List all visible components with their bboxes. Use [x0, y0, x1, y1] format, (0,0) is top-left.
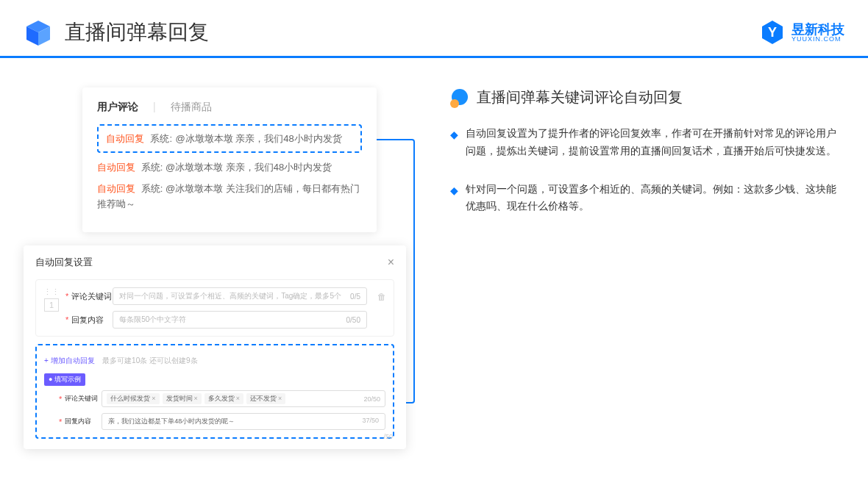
- close-icon[interactable]: ×: [388, 256, 394, 269]
- required-star: *: [65, 292, 68, 301]
- brand-logo: Y 昱新科技 YUUXIN.COM: [759, 19, 844, 46]
- add-hint: 最多可建10条 还可以创建9条: [102, 356, 197, 365]
- drag-icon[interactable]: ⋮⋮: [43, 287, 60, 297]
- diamond-bullet-icon: ◆: [450, 126, 458, 160]
- tabs: 用户评论 | 待播商品: [97, 101, 362, 114]
- left-column: 用户评论 | 待播商品 自动回复 系统: @冰墩墩本墩 亲亲，我们48小时内发货…: [24, 87, 406, 236]
- brand-icon: Y: [759, 19, 786, 46]
- form-block: ⋮⋮ 1 * 评论关键词 对同一个问题，可设置多个相近、高频的关键词，Tag确定…: [35, 279, 394, 337]
- keyword-input[interactable]: 对同一个问题，可设置多个相近、高频的关键词，Tag确定，最多5个 0/5: [113, 287, 367, 305]
- add-reply-link[interactable]: + 增加自动回复: [44, 356, 95, 365]
- page-title: 直播间弹幕回复: [65, 18, 759, 46]
- auto-reply-label: 自动回复: [106, 133, 144, 144]
- brand-sub: YUUXIN.COM: [791, 36, 844, 43]
- ex-label-reply: 回复内容: [65, 417, 102, 426]
- bullet-point: ◆ 自动回复设置为了提升作者的评论回复效率，作者可在开播前针对常见的评论用户问题…: [450, 125, 844, 160]
- diamond-bullet-icon: ◆: [450, 182, 458, 216]
- example-tags[interactable]: 什么时候发货× 发货时间× 多久发货× 还不发货× 20/50: [102, 390, 385, 407]
- modal-title: 自动回复设置: [35, 256, 93, 269]
- highlighted-comment: 自动回复 系统: @冰墩墩本墩 亲亲，我们48小时内发货: [97, 124, 362, 153]
- bottom-counter: /50: [383, 433, 393, 440]
- tag-pill: 还不发货×: [246, 393, 285, 404]
- cube-icon: [24, 18, 53, 47]
- ex-label-keyword: 评论关键词: [65, 394, 102, 403]
- comment-line: 自动回复 系统: @冰墩墩本墩 关注我们的店铺，每日都有热门推荐呦～: [97, 182, 362, 212]
- tag-pill: 什么时候发货×: [107, 393, 159, 404]
- right-column: 直播间弹幕关键词评论自动回复 ◆ 自动回复设置为了提升作者的评论回复效率，作者可…: [406, 87, 844, 236]
- item-number: 1: [44, 298, 59, 312]
- tab-comments[interactable]: 用户评论: [97, 101, 138, 114]
- svg-text:Y: Y: [768, 25, 777, 40]
- tab-products[interactable]: 待播商品: [171, 101, 212, 114]
- bullet-icon: [450, 89, 468, 107]
- reply-input[interactable]: 每条限50个中文字符 0/50: [113, 311, 367, 329]
- section-subtitle: 直播间弹幕关键词评论自动回复: [477, 87, 683, 107]
- tag-pill: 多久发货×: [204, 393, 243, 404]
- settings-modal: 自动回复设置 × ⋮⋮ 1 * 评论关键词 对同一个问题，可设置多个相近、高频的…: [24, 245, 406, 449]
- comments-card: 用户评论 | 待播商品 自动回复 系统: @冰墩墩本墩 亲亲，我们48小时内发货…: [82, 87, 377, 232]
- example-reply-input[interactable]: 亲，我们这边都是下单48小时内发货的呢～ 37/50: [102, 413, 385, 430]
- system-label: 系统:: [150, 133, 172, 144]
- page-header: 直播间弹幕回复 Y 昱新科技 YUUXIN.COM: [0, 0, 868, 58]
- delete-icon[interactable]: 🗑: [377, 292, 386, 302]
- comment-text: @冰墩墩本墩 亲亲，我们48小时内发货: [176, 133, 342, 144]
- brand-name: 昱新科技: [791, 23, 844, 36]
- tag-pill: 发货时间×: [163, 393, 202, 404]
- example-block: + 增加自动回复 最多可建10条 还可以创建9条 ● 填写示例 * 评论关键词 …: [35, 344, 394, 439]
- tab-divider: |: [153, 101, 156, 114]
- example-badge: ● 填写示例: [44, 373, 85, 386]
- comment-line: 自动回复 系统: @冰墩墩本墩 亲亲，我们48小时内发货: [97, 160, 362, 176]
- field-label-keyword: 评论关键词: [71, 291, 113, 302]
- required-star: *: [65, 315, 68, 324]
- field-label-reply: 回复内容: [71, 315, 113, 326]
- bullet-point: ◆ 针对同一个问题，可设置多个相近的、高频的关键词。例如：这款多少钱、这块能优惠…: [450, 181, 844, 216]
